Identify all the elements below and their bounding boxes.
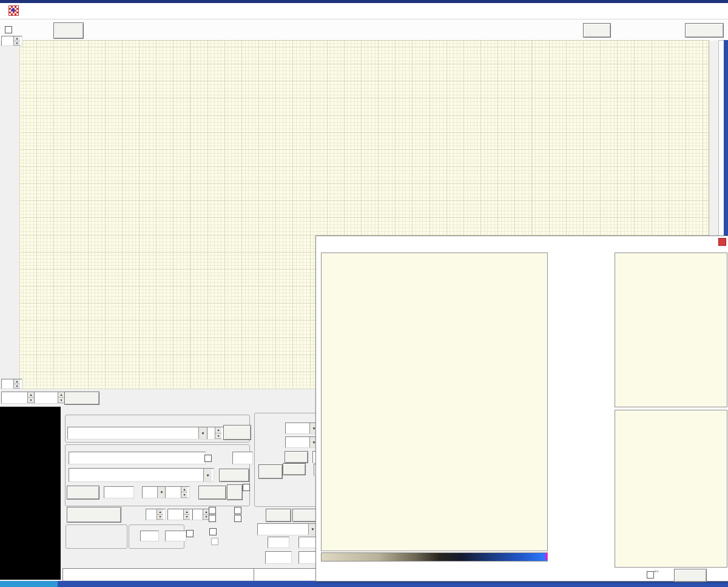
toolbar-checkbox-group [613,21,684,38]
frequency-step-radios [68,532,125,544]
taskbar-left [0,581,58,587]
calibr-checkbox[interactable] [234,507,241,514]
clear-loop-checkbox[interactable] [209,528,217,535]
dyn-spin2[interactable]: ▲▼ [167,509,192,520]
auto-checkbox[interactable] [5,26,12,33]
span-spinner[interactable]: ▲▼ [34,392,67,404]
set-channel-button[interactable] [198,486,226,500]
constellation-panel [321,253,548,551]
chevron-down-icon: ▼ [203,469,212,481]
level-bottom-spinner[interactable]: ▲▼ [1,379,22,389]
eng-checkbox[interactable] [243,484,250,491]
title-checkbox[interactable] [204,455,212,462]
modulation-plot [615,263,727,407]
sat-name-field[interactable] [69,452,206,464]
sr-step-spinner[interactable]: ▲▼ [165,486,190,498]
load-button[interactable] [292,509,317,522]
chevron-down-icon: ▼ [198,427,207,439]
blindscan-button[interactable] [53,22,84,39]
sm9-checkbox[interactable] [209,515,216,522]
taskbar [58,581,728,587]
paint-button[interactable] [266,509,291,522]
phase-auto-label [655,571,658,572]
gradient-end-tick [545,553,547,560]
open-list-button[interactable] [219,469,249,482]
app-icon [8,5,19,16]
gradient-scale-labels [316,562,559,569]
phase-scatter [615,410,727,567]
autosize-button[interactable] [64,392,99,405]
titlebar [0,3,728,19]
lo1-field[interactable] [265,551,292,564]
position-button[interactable] [285,451,308,463]
phase-auto-checkbox[interactable] [647,571,654,579]
snr-button[interactable] [227,484,243,500]
close-icon[interactable] [718,238,726,246]
show-iq-checkbox[interactable] [211,538,218,545]
start-freq-spinner[interactable]: ▲▼ [1,392,36,404]
application-window: ▲▼ ▲▼ ▲▼ ▲▼ ▼ ▲▼ ▼ ▼ ▲▼ [0,0,728,587]
usals-button[interactable] [258,464,283,479]
feed-report-button[interactable] [67,486,99,500]
black-panel [0,407,61,580]
dyn-spin1[interactable]: ▲▼ [146,509,166,520]
finetune-button[interactable] [283,463,306,475]
feed-report-window [315,236,728,582]
sr-auto-checkbox[interactable] [186,530,194,537]
modulation-chart-panel [615,253,727,407]
modulation-legend [615,256,727,263]
start-button[interactable] [223,425,251,440]
save-button[interactable] [583,23,611,38]
custom-combo[interactable]: ▼ [257,523,319,535]
transponder-combo[interactable]: ▼ [69,468,214,482]
device-combo[interactable]: ▼ [67,427,209,439]
constellation-scatter [322,253,547,551]
quality-gradient-bar [321,552,548,562]
phase-save-button[interactable] [674,569,707,582]
phase-chart-panel [615,410,727,568]
fmin-field[interactable] [268,537,289,548]
level-top-spinner[interactable]: ▲▼ [1,36,22,46]
frequency-field[interactable] [104,486,134,498]
noise-checkbox[interactable] [234,515,241,522]
code-field[interactable] [232,452,253,464]
toolbar [0,19,728,41]
dynamical-spectrum-button[interactable] [67,507,121,523]
max-field[interactable] [165,531,186,541]
status-bar-right [254,568,319,581]
polarization-combo[interactable]: ▼ [142,486,168,498]
chevron-down-icon: ▼ [157,487,166,498]
cleantransp-button[interactable] [685,23,724,38]
sm3-checkbox[interactable] [209,507,216,514]
device-index-spinner[interactable]: ▲▼ [207,427,224,439]
status-bar-left [62,568,263,581]
min-field[interactable] [140,531,159,541]
